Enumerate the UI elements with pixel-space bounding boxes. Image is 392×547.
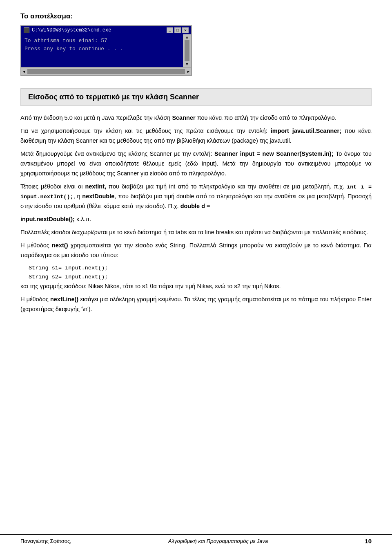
cmd-body-area: To athrisma tous einai: 57 Press any key… (21, 34, 191, 67)
paragraph-8: Η μέθοδος nextLine() εισάγει μια ολόκληρ… (20, 295, 372, 314)
paragraph-2: Για να χρησιμοποιήσουμε την κλάση και τι… (20, 126, 372, 146)
cmd-title: C:\WINDOWS\system32\cmd.exe (32, 27, 111, 33)
cmd-titlebar: C:\WINDOWS\system32\cmd.exe _ □ ✕ (21, 26, 191, 34)
result-label: Το αποτέλεσμα: (20, 12, 372, 20)
cmd-controls[interactable]: _ □ ✕ (167, 27, 189, 33)
cmd-window: C:\WINDOWS\system32\cmd.exe _ □ ✕ To ath… (20, 25, 192, 76)
footer-page-number: 10 (365, 538, 372, 545)
cmd-body: To athrisma tous einai: 57 Press any key… (21, 34, 183, 67)
cmd-line-2: Press any key to continue . . . (24, 45, 180, 53)
cmd-close[interactable]: ✕ (182, 27, 189, 33)
cmd-scrollbar-h[interactable]: ◄ ► (21, 67, 191, 75)
paragraph-5: Πολλαπλές είσοδοι διαχωρίζονται με το κε… (20, 228, 372, 238)
paragraph-7: και της γραμμής εισόδου: Nikas Nikos, τό… (20, 282, 372, 291)
cmd-minimize[interactable]: _ (167, 27, 173, 33)
code-block: String s1= input.next(); String s2= inpu… (29, 264, 372, 282)
paragraph-4: Τέτοιες μέθοδοι είναι οι nextInt, που δι… (20, 182, 372, 211)
paragraph-4b: input.nextDouble(); κ.λ.π. (20, 215, 372, 224)
cmd-line-1: To athrisma tous einai: 57 (24, 37, 180, 45)
cmd-maximize[interactable]: □ (174, 27, 181, 33)
scanner-section-box: Είσοδος από το τερματικό με την κλάση Sc… (20, 88, 372, 106)
paragraph-3: Μετά δημιουργούμε ένα αντικείμενο της κλ… (20, 149, 372, 179)
cmd-icon (24, 27, 29, 33)
page-content: Το αποτέλεσμα: C:\WINDOWS\system32\cmd.e… (0, 0, 392, 350)
page-footer: Παναγιώτης Σφέτσος, Αλγοριθμική και Προγ… (0, 534, 392, 547)
cmd-titlebar-left: C:\WINDOWS\system32\cmd.exe (24, 27, 111, 33)
footer-left: Παναγιώτης Σφέτσος, (20, 538, 71, 544)
paragraph-6: Η μέθοδος next() χρησιμοποιείται για την… (20, 241, 372, 260)
code-line-2: String s2= input.next(); (29, 273, 372, 282)
paragraph-1: Από την έκδοση 5.0 και μετά η Java περιέ… (20, 113, 372, 123)
cmd-scrollbar-v[interactable]: ▲ ▼ (183, 34, 191, 67)
code-line-1: String s1= input.next(); (29, 264, 372, 273)
footer-center: Αλγοριθμική και Προγραμματισμός με Java (168, 538, 268, 544)
scanner-box-title: Είσοδος από το τερματικό με την κλάση Sc… (28, 93, 199, 101)
